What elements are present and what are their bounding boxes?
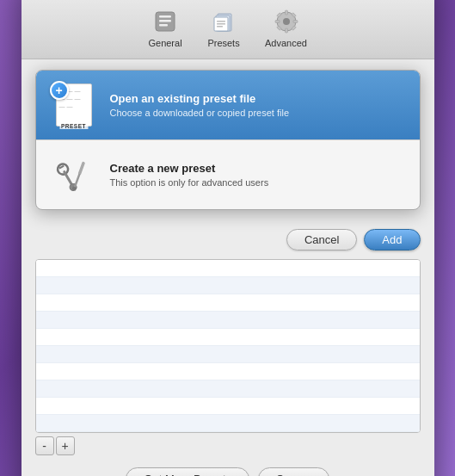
table-row [36, 346, 420, 363]
svg-rect-1 [159, 15, 171, 18]
preset-file-icon: — — —— — —— — + PRESET [50, 81, 98, 129]
svg-rect-9 [217, 26, 223, 28]
svg-rect-14 [275, 21, 280, 23]
option-open-title: Open an existing preset file [110, 92, 290, 105]
svg-rect-15 [293, 21, 298, 23]
table-row [36, 312, 420, 329]
general-icon [151, 8, 179, 35]
dialog-area: — — —— — —— — + PRESET Open an existing … [22, 70, 434, 259]
table-row [36, 277, 420, 294]
tools-icon-wrap [50, 151, 98, 199]
dialog-box: — — —— — —— — + PRESET Open an existing … [35, 70, 421, 210]
presets-table [35, 259, 421, 433]
svg-rect-7 [217, 21, 225, 22]
main-window: Presets — General [22, 0, 434, 476]
table-row [36, 363, 420, 380]
svg-rect-24 [77, 161, 85, 175]
add-preset-button[interactable]: + [56, 436, 75, 455]
advanced-label: Advanced [265, 38, 307, 48]
option-create-new[interactable]: Create a new preset This option is only … [36, 140, 420, 209]
svg-rect-3 [159, 24, 168, 27]
svg-rect-8 [217, 23, 225, 25]
general-label: General [148, 38, 181, 48]
table-controls: - + [35, 433, 421, 459]
table-row [36, 380, 420, 398]
advanced-icon [273, 8, 300, 35]
add-button[interactable]: Add [364, 229, 420, 250]
toolbar-item-presets[interactable]: Presets [198, 4, 249, 52]
option-create-title: Create a new preset [110, 162, 269, 175]
svg-point-11 [283, 18, 290, 25]
svg-rect-2 [159, 20, 171, 22]
save-button[interactable]: Save... [258, 467, 329, 476]
bottom-buttons: Get More Presets Save... [22, 459, 434, 476]
toolbar-item-advanced[interactable]: Advanced [256, 4, 316, 52]
remove-preset-button[interactable]: - [35, 436, 54, 455]
option-create-text: Create a new preset This option is only … [110, 162, 269, 188]
option-open-subtitle: Choose a downloaded or copied preset fil… [110, 108, 290, 118]
svg-point-20 [55, 162, 69, 176]
cancel-button[interactable]: Cancel [286, 229, 357, 250]
table-row [36, 415, 420, 432]
toolbar-item-general[interactable]: General [139, 4, 191, 52]
svg-rect-12 [285, 10, 287, 15]
presets-icon [210, 8, 237, 35]
svg-rect-13 [285, 28, 287, 33]
option-open-text: Open an existing preset file Choose a do… [110, 92, 290, 118]
option-open-existing[interactable]: — — —— — —— — + PRESET Open an existing … [36, 71, 420, 140]
toolbar: General Presets [22, 0, 434, 59]
get-more-presets-button[interactable]: Get More Presets [126, 467, 249, 476]
table-row [36, 398, 420, 415]
presets-label: Presets [207, 38, 239, 48]
table-row [36, 260, 420, 277]
table-row [36, 329, 420, 346]
dialog-buttons: Cancel Add [22, 220, 434, 259]
option-create-subtitle: This option is only for advanced users [110, 177, 269, 188]
table-row [36, 294, 420, 312]
